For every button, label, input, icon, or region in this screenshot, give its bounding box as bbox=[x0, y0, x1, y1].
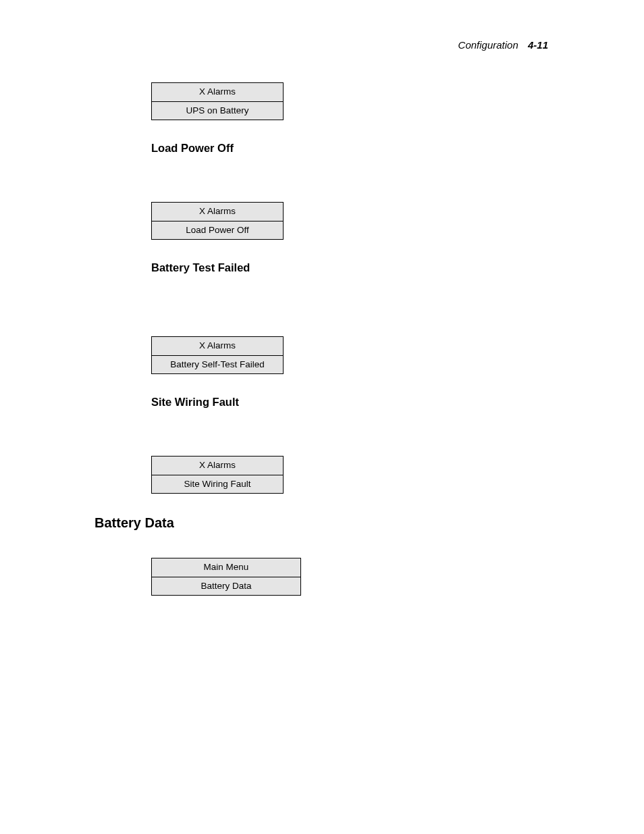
lcd-line: X Alarms bbox=[152, 83, 284, 102]
header-page-number: 4-11 bbox=[528, 39, 548, 51]
lcd-line: Battery Self-Test Failed bbox=[152, 355, 284, 374]
lcd-line: Battery Data bbox=[152, 577, 301, 596]
lcd-display-battery-test-failed: X Alarms Battery Self-Test Failed bbox=[151, 336, 284, 374]
lcd-display-load-power-off: X Alarms Load Power Off bbox=[151, 202, 284, 240]
header-section-name: Configuration bbox=[458, 39, 518, 51]
heading-battery-test-failed: Battery Test Failed bbox=[151, 261, 554, 274]
lcd-line: Site Wiring Fault bbox=[152, 475, 284, 494]
page-header: Configuration 4-11 bbox=[458, 39, 548, 51]
lcd-line: UPS on Battery bbox=[152, 101, 284, 120]
page: Configuration 4-11 X Alarms UPS on Batte… bbox=[0, 0, 644, 834]
lcd-display-site-wiring-fault: X Alarms Site Wiring Fault bbox=[151, 456, 284, 494]
lcd-line: X Alarms bbox=[152, 203, 284, 221]
lcd-line: Main Menu bbox=[152, 558, 301, 577]
lcd-line: Load Power Off bbox=[152, 221, 284, 240]
lcd-line: X Alarms bbox=[152, 337, 284, 356]
lcd-display-ups-on-battery: X Alarms UPS on Battery bbox=[151, 82, 284, 120]
lcd-display-battery-data: Main Menu Battery Data bbox=[151, 558, 301, 596]
lcd-line: X Alarms bbox=[152, 457, 284, 475]
page-content: X Alarms UPS on Battery Load Power Off X… bbox=[95, 82, 554, 617]
heading-site-wiring-fault: Site Wiring Fault bbox=[151, 396, 554, 409]
heading-battery-data: Battery Data bbox=[95, 515, 554, 531]
heading-load-power-off: Load Power Off bbox=[151, 142, 554, 155]
